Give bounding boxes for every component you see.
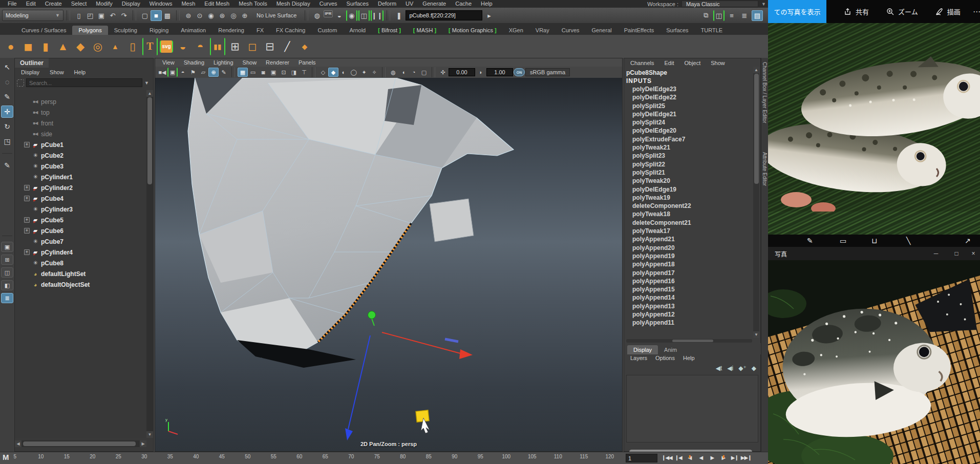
wireframe-icon[interactable]: ◇ [318,68,328,77]
scroll-up-arrow[interactable]: ▲ [146,90,153,97]
play-forwards-button[interactable]: ▶ [707,453,717,462]
use-default-material-icon[interactable]: ◯ [349,68,359,77]
poly-sphere-icon[interactable]: ● [3,38,18,55]
shelf-tab[interactable]: Surfaces [660,26,694,35]
draw-button[interactable]: 描画 [935,7,961,16]
outliner-search-input[interactable] [26,78,142,87]
time-slider[interactable]: 5101520253035404550556065707580859095100… [0,452,768,464]
type-tool-icon[interactable]: T [142,38,158,55]
shelf-tab[interactable]: Curves / Surfaces [15,26,72,35]
quad-draw-icon[interactable]: ◆ [297,38,312,55]
lasso-select-tool[interactable]: ◌ [1,76,13,88]
outliner-item[interactable]: + ▰ pCylinder4 [15,247,147,258]
history-node[interactable]: polyAppend16 [624,277,753,285]
layout-custom[interactable]: ≣ [1,293,13,303]
last-tool-slot[interactable]: ✎ [1,159,13,172]
shelf-tab[interactable]: General [586,26,618,35]
expand-toggle[interactable]: + [24,249,30,255]
camera-attributes-icon[interactable]: ◓ [178,68,188,77]
resolution-gate-icon[interactable]: ◙ [258,68,268,77]
step-back-button[interactable]: ❙◀ [673,453,684,462]
outliner-item[interactable]: ◕ defaultLightSet [15,268,147,279]
outliner-hscrollbar[interactable]: ◀ ▶ [15,440,146,447]
highlight-icon[interactable]: ▢ [419,68,429,77]
textured-icon[interactable]: ◐ [338,68,349,77]
outliner-item[interactable]: ✳ pCylinder3 [15,204,147,215]
shelf-tab[interactable]: MASH [407,26,442,35]
outliner-menu-item[interactable]: Display [17,69,44,76]
menu-item[interactable]: Help [476,0,497,8]
layout-single-pane[interactable]: ▣ [1,242,13,252]
expand-toggle[interactable] [24,110,30,115]
expand-toggle[interactable] [24,260,30,266]
viewport-menu-item[interactable]: Shading [180,59,208,66]
history-node[interactable]: polyDelEdge23 [624,85,753,93]
gamma-toggle-icon[interactable]: ◗ [476,68,486,77]
scale-tool[interactable]: ◳ [1,135,13,147]
film-gate-icon[interactable]: ▭ [248,68,258,77]
shelf-tab[interactable]: Arnold [343,26,372,35]
menu-item[interactable]: Edit [22,0,40,8]
menu-item[interactable]: Surfaces [342,0,373,8]
expand-toggle[interactable] [24,131,30,137]
history-node[interactable]: polyAppend21 [624,235,753,243]
selection-field[interactable] [406,10,482,20]
edit-photo-icon[interactable]: ✎ [807,237,813,245]
shelf-tab[interactable]: VRay [529,26,556,35]
exposure-toggle-icon[interactable]: ✣ [438,68,448,77]
grease-pencil-icon[interactable]: ✎ [219,68,229,77]
gate-mask-icon[interactable]: ▣ [268,68,279,77]
shelf-tab[interactable]: FX [250,26,270,35]
maximize-button[interactable]: □ [946,247,967,260]
make-live-icon[interactable]: ⊕ [239,10,250,21]
grid-icon[interactable]: ▦ [238,68,248,77]
open-scene-icon[interactable]: ◰ [84,10,96,21]
xray-icon[interactable]: ◖ [398,68,409,77]
select-component-icon[interactable]: ▩ [162,10,173,21]
render-settings-icon[interactable]: ◒ [334,10,345,21]
expand-toggle[interactable] [24,271,30,277]
display-layer-icon[interactable]: ≡ [726,10,737,21]
channel-hscrollbar[interactable] [626,339,752,343]
outliner-item[interactable]: ✳ pCube8 [15,258,147,268]
expand-toggle[interactable] [24,99,30,104]
expand-toggle[interactable]: + [24,185,30,191]
slideshow-icon[interactable]: ▭ [840,237,846,245]
bevel-icon[interactable]: ╱ [280,38,295,55]
expand-toggle[interactable] [24,153,30,158]
outliner-item[interactable]: + ▰ pCube5 [15,215,147,225]
lighting-icon[interactable]: ✦ [359,68,369,77]
layer-list[interactable] [626,375,758,442]
input-line-icon[interactable]: ❚ [393,10,404,21]
go-to-end-button[interactable]: ▶▶❙ [741,453,752,462]
history-node[interactable]: polyDelEdge21 [624,110,753,118]
history-node[interactable]: polyAppend18 [624,260,753,268]
outliner-item[interactable]: ■◀ top [15,107,147,118]
shelf-tab[interactable]: XGen [503,26,529,35]
layout-four-pane[interactable]: ⊞ [1,255,13,265]
history-node[interactable]: polyDelEdge22 [624,93,753,101]
outliner-item[interactable]: ◕ defaultObjectSet [15,279,147,290]
history-node[interactable]: polySplit22 [624,160,753,168]
step-forward-button[interactable]: ▶❙ [730,453,740,462]
channel-vscrollbar[interactable]: ▲ ▼ [753,67,759,338]
prev-key-button[interactable]: ◀ [685,453,695,462]
shelf-tab[interactable]: Bifrost [372,26,407,35]
next-key-button[interactable]: ▶ [718,453,729,462]
menu-item[interactable]: Modify [91,0,117,8]
construction-history-icon[interactable]: ⧉ [700,10,712,21]
layer-editor-menu-item[interactable]: Help [679,354,699,364]
expand-icon[interactable]: ↗ [965,237,971,245]
history-node[interactable]: polyAppend20 [624,244,753,252]
viewport-canvas[interactable]: y 2D Pan/Zoom : persp [155,78,622,451]
snap-point-icon[interactable]: ◉ [205,10,217,21]
poly-torus-icon[interactable]: ◎ [90,38,105,55]
history-node[interactable]: polySplit21 [624,168,753,177]
outliner-item[interactable]: + ▰ pCube6 [15,225,147,236]
save-scene-icon[interactable]: ▣ [96,10,107,21]
new-scene-icon[interactable]: ▯ [73,10,84,21]
snap-curve-icon[interactable]: ⊙ [194,10,205,21]
view-transform-dropdown[interactable]: sRGB gamma [525,68,570,76]
bookmark-icon[interactable]: ⚑ [188,68,198,77]
color-management-toggle[interactable]: ON [514,68,525,76]
